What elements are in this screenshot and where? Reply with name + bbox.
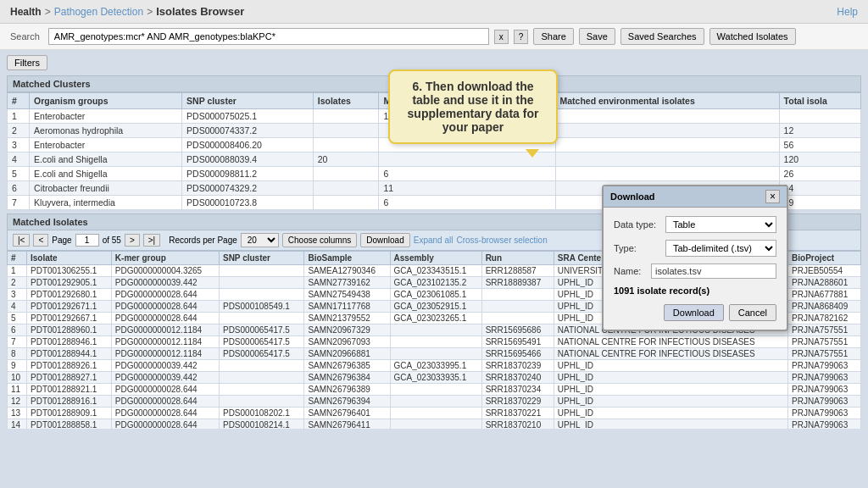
col-total: Total isola: [779, 93, 860, 109]
breadcrumb: Health > Pathogen Detection > Isolates B…: [10, 5, 244, 18]
tooltip-text: 6. Then download the table and use it in…: [408, 80, 539, 134]
dialog-type-select[interactable]: Tab-delimited (.tsv) CSV (.csv): [665, 240, 776, 257]
search-bar: Search x ? Share Save Saved Searches Wat…: [0, 24, 868, 50]
col-snp: SNP cluster: [182, 93, 314, 109]
iso-col-snp: SNP cluster: [219, 252, 303, 265]
search-query-button[interactable]: ?: [514, 30, 529, 44]
list-item: 13 PDT001288909.1 PDG0000000028.644 PDS0…: [8, 408, 861, 419]
col-org: Organism groups: [30, 93, 182, 109]
page-label: Page: [52, 236, 71, 245]
list-item: 7 PDT001288946.1 PDG0000000012.1184 PDS0…: [8, 336, 861, 348]
watched-isolates-button[interactable]: Watched Isolates: [709, 28, 796, 45]
search-label: Search: [10, 31, 40, 42]
records-label: Records per Page: [169, 236, 237, 245]
dialog-download-button[interactable]: Download: [664, 304, 724, 321]
dialog-count: 1091 isolate record(s): [614, 286, 776, 296]
save-button[interactable]: Save: [579, 28, 615, 45]
dialog-title-bar: Download ×: [604, 186, 787, 208]
choose-columns-button[interactable]: Choose columns: [282, 233, 357, 247]
help-link[interactable]: Help: [837, 6, 858, 18]
list-item: 11 PDT001288921.1 PDG0000000028.644 SAMN…: [8, 384, 861, 396]
breadcrumb-sep1: >: [45, 6, 51, 18]
breadcrumb-isolates: Isolates Browser: [156, 5, 244, 18]
page-prev-button[interactable]: <: [33, 234, 48, 247]
iso-col-bioproject: BioProject: [788, 252, 861, 265]
breadcrumb-health[interactable]: Health: [10, 6, 42, 18]
tooltip-bubble: 6. Then download the table and use it in…: [388, 69, 558, 144]
dialog-data-type-label: Data type:: [614, 219, 660, 230]
download-dialog: Download × Data type: Table Fasta Type: …: [602, 185, 788, 331]
dialog-data-type-row: Data type: Table Fasta: [614, 216, 776, 233]
iso-col-biosample: BioSample: [304, 252, 390, 265]
dialog-data-type-select[interactable]: Table Fasta: [665, 216, 776, 233]
dialog-type-label: Type:: [614, 243, 660, 253]
search-input[interactable]: [48, 28, 489, 45]
dialog-name-row: Name:: [614, 263, 776, 279]
dialog-title: Download: [610, 191, 655, 202]
dialog-type-row: Type: Tab-delimited (.tsv) CSV (.csv): [614, 240, 776, 257]
dialog-buttons: Download Cancel: [614, 304, 776, 321]
filters-button[interactable]: Filters: [7, 55, 47, 70]
iso-col-kmer: K-mer group: [111, 252, 219, 265]
page-next-button[interactable]: >: [125, 234, 140, 247]
dialog-name-label: Name:: [614, 266, 646, 276]
col-matched-env: Matched environmental isolates: [555, 93, 779, 109]
dialog-cancel-button[interactable]: Cancel: [729, 304, 776, 321]
filters-row: Filters: [7, 55, 861, 70]
table-row: 4 E.coli and Shigella PDS000088039.4 20 …: [8, 152, 861, 167]
saved-searches-button[interactable]: Saved Searches: [620, 28, 704, 45]
header: Health > Pathogen Detection > Isolates B…: [0, 0, 868, 24]
breadcrumb-detection[interactable]: Pathogen Detection: [54, 6, 143, 18]
iso-col-num: #: [8, 252, 27, 265]
search-clear-button[interactable]: x: [494, 30, 509, 44]
isolates-section-title: Matched Isolates: [13, 217, 88, 227]
dialog-close-button[interactable]: ×: [765, 190, 780, 203]
list-item: 14 PDT001288858.1 PDG0000000028.644 PDS0…: [8, 419, 861, 430]
expand-all-button[interactable]: Expand all: [414, 236, 453, 245]
page-of-label: of 55: [103, 236, 121, 245]
cross-browser-button[interactable]: Cross-browser selection: [456, 236, 547, 245]
page-last-button[interactable]: >|: [143, 234, 160, 247]
dialog-name-input[interactable]: [651, 263, 776, 279]
list-item: 12 PDT001288916.1 PDG0000000028.644 SAMN…: [8, 396, 861, 408]
per-page-select[interactable]: 2050100: [241, 233, 279, 247]
download-button[interactable]: Download: [360, 233, 409, 247]
dialog-body: Data type: Table Fasta Type: Tab-delimit…: [604, 208, 787, 330]
table-row: 5 E.coli and Shigella PDS000098811.2 6 2…: [8, 167, 861, 181]
col-num: #: [8, 93, 30, 109]
list-item: 10 PDT001288927.1 PDG0000000039.442 SAMN…: [8, 372, 861, 384]
list-item: 8 PDT001288944.1 PDG0000000012.1184 PDS0…: [8, 348, 861, 360]
list-item: 9 PDT001288926.1 PDG0000000039.442 SAMN2…: [8, 360, 861, 372]
iso-col-run: Run: [481, 252, 554, 265]
iso-col-isolate: Isolate: [26, 252, 111, 265]
iso-col-assembly: Assembly: [390, 252, 481, 265]
share-button[interactable]: Share: [533, 28, 573, 45]
page-first-button[interactable]: |<: [13, 234, 30, 247]
page-number-input[interactable]: [75, 234, 99, 247]
breadcrumb-sep2: >: [147, 6, 153, 18]
col-isolates: Isolates: [313, 93, 379, 109]
